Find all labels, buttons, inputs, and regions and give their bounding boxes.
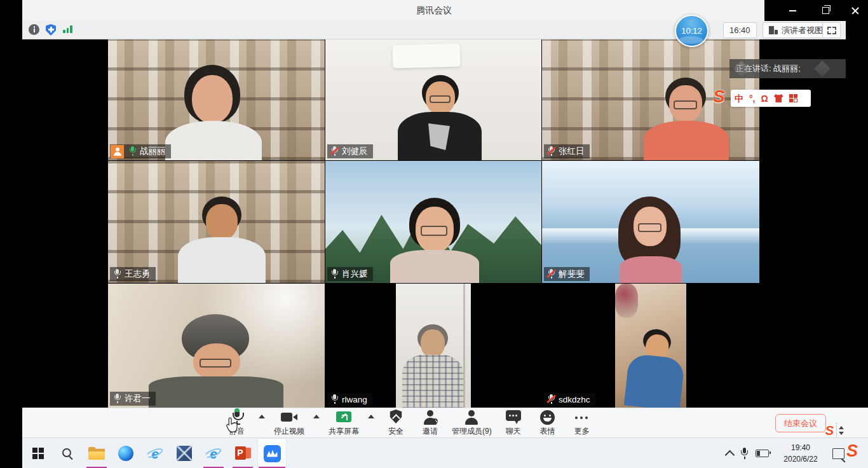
chat-button[interactable]: 聊天	[496, 408, 531, 438]
battery-icon[interactable]	[756, 450, 769, 457]
tray-microphone-icon[interactable]	[740, 448, 749, 459]
video-tile-2[interactable]: 刘健辰	[325, 39, 541, 160]
participant-name: 解斐斐	[559, 268, 585, 280]
manage-members-button[interactable]: 管理成员(9)	[447, 408, 496, 438]
ime-skin-icon[interactable]	[774, 94, 783, 102]
powerpoint-button[interactable]	[228, 438, 257, 468]
ime-scroll-arrows[interactable]	[836, 423, 845, 438]
mic-status-icon	[113, 269, 121, 279]
folder-icon	[88, 447, 105, 460]
close-icon	[851, 7, 859, 15]
restore-button[interactable]	[813, 0, 838, 21]
mic-status-icon	[330, 394, 339, 404]
participant-nameplate: 张红日	[544, 144, 590, 158]
search-button[interactable]	[53, 438, 82, 468]
windows-logo-icon	[32, 448, 44, 459]
meeting-info-icon[interactable]	[29, 24, 39, 35]
recording-timer-bubble[interactable]: 10:12	[675, 15, 709, 47]
speaking-banner: 正在讲话: 战丽丽;	[729, 59, 846, 78]
more-button[interactable]: 更多	[565, 408, 599, 438]
tray-time: 19:40	[791, 443, 810, 452]
search-icon	[62, 448, 74, 460]
smiley-icon	[540, 410, 555, 425]
taskbar-clock[interactable]: 19:40 2020/6/22	[776, 442, 825, 465]
ime-symbol-omega[interactable]: Ω	[761, 94, 768, 103]
security-button[interactable]: 安全	[379, 408, 413, 438]
title-bar: 腾讯会议	[0, 0, 868, 21]
ie-icon	[205, 446, 222, 461]
speaker-view-button[interactable]: 演讲者视图	[763, 22, 829, 38]
members-person-icon	[464, 410, 479, 425]
system-tray: 19:40 2020/6/22	[726, 438, 844, 468]
network-signal-icon	[63, 24, 73, 34]
edge-icon	[118, 446, 133, 461]
file-explorer-button[interactable]	[82, 438, 111, 468]
security-shield-icon	[390, 410, 402, 423]
share-options-caret[interactable]	[368, 415, 374, 418]
portrait-video-panel	[615, 284, 686, 408]
video-tile-9[interactable]: sdkdzhc	[542, 284, 759, 408]
participant-name: 肖兴媛	[342, 268, 368, 280]
participant-silhouette	[325, 39, 541, 160]
action-center-icon[interactable]	[832, 448, 844, 459]
share-screen-icon	[336, 411, 351, 422]
stop-video-button[interactable]: 停止视频	[269, 408, 309, 438]
participant-name: 战丽丽	[140, 146, 166, 157]
edge-button[interactable]	[111, 438, 140, 468]
sogou-taskbar-icon[interactable]: S	[846, 443, 858, 460]
meeting-toolbar: 静音 停止视频 共享屏幕 安全 邀请 管理成员(9) 聊天	[22, 408, 868, 438]
ime-toolbox-icon[interactable]	[789, 94, 797, 102]
ime-toolbar: 中 °, Ω	[731, 90, 811, 107]
sogou-mini-icon[interactable]: S	[825, 424, 834, 437]
mic-status-icon	[330, 269, 339, 279]
internet-explorer-button-2[interactable]	[199, 438, 228, 468]
protection-shield-icon[interactable]	[46, 24, 56, 36]
tencent-meeting-icon	[264, 445, 281, 462]
emoji-button[interactable]: 表情	[531, 408, 565, 438]
toolbar-button-group: 静音 停止视频 共享屏幕 安全 邀请 管理成员(9) 聊天	[220, 408, 599, 438]
sogou-logo-icon[interactable]: S	[713, 88, 725, 106]
mic-status-icon	[330, 146, 339, 156]
video-tile-6[interactable]: 解斐斐	[542, 161, 759, 283]
camera-icon	[281, 412, 297, 422]
internet-explorer-button[interactable]	[140, 438, 170, 468]
end-meeting-button[interactable]: 结束会议	[775, 414, 826, 432]
video-options-caret[interactable]	[313, 415, 320, 418]
participant-silhouette	[396, 284, 471, 408]
start-button[interactable]	[24, 438, 53, 468]
minimize-icon	[789, 10, 796, 11]
invite-button[interactable]: 邀请	[413, 408, 447, 438]
ie-icon	[146, 446, 164, 461]
participant-silhouette	[325, 161, 541, 283]
invite-person-icon	[423, 410, 438, 425]
close-button[interactable]	[843, 0, 868, 21]
video-tile-4[interactable]: 王志勇	[108, 161, 325, 283]
video-tile-3[interactable]: 张红日	[542, 39, 759, 160]
participant-name: 刘健辰	[342, 146, 368, 157]
minimize-button[interactable]	[780, 0, 805, 21]
taskbar-icons	[24, 438, 287, 468]
share-screen-button[interactable]: 共享屏幕	[324, 408, 363, 438]
status-bar-background: 16:40 演讲者视图	[22, 21, 846, 39]
ime-mode-chinese[interactable]: 中	[735, 94, 743, 103]
participant-silhouette	[542, 161, 759, 283]
video-tile-5[interactable]: 肖兴媛	[325, 161, 541, 283]
tray-expand-chevron[interactable]	[725, 450, 735, 460]
tencent-meeting-button[interactable]	[257, 438, 287, 468]
video-tile-8[interactable]: rlwang	[325, 284, 541, 408]
mic-options-caret[interactable]	[259, 415, 265, 418]
fullscreen-button[interactable]	[822, 22, 841, 38]
blue-app-button[interactable]	[170, 438, 199, 468]
participant-silhouette	[108, 284, 325, 408]
video-tile-7[interactable]: 许君一	[108, 284, 325, 408]
ellipsis-icon	[574, 410, 590, 425]
powerpoint-icon	[235, 446, 251, 461]
microphone-icon	[231, 408, 243, 425]
participant-nameplate: sdkdzhc	[544, 393, 595, 406]
participant-name: sdkdzhc	[559, 395, 590, 404]
participant-nameplate: 战丽丽	[110, 144, 171, 158]
ime-punctuation[interactable]: °,	[749, 94, 756, 103]
fullscreen-icon	[827, 27, 836, 34]
mute-button[interactable]: 静音	[220, 408, 254, 438]
video-tile-1[interactable]: 战丽丽	[108, 39, 325, 160]
